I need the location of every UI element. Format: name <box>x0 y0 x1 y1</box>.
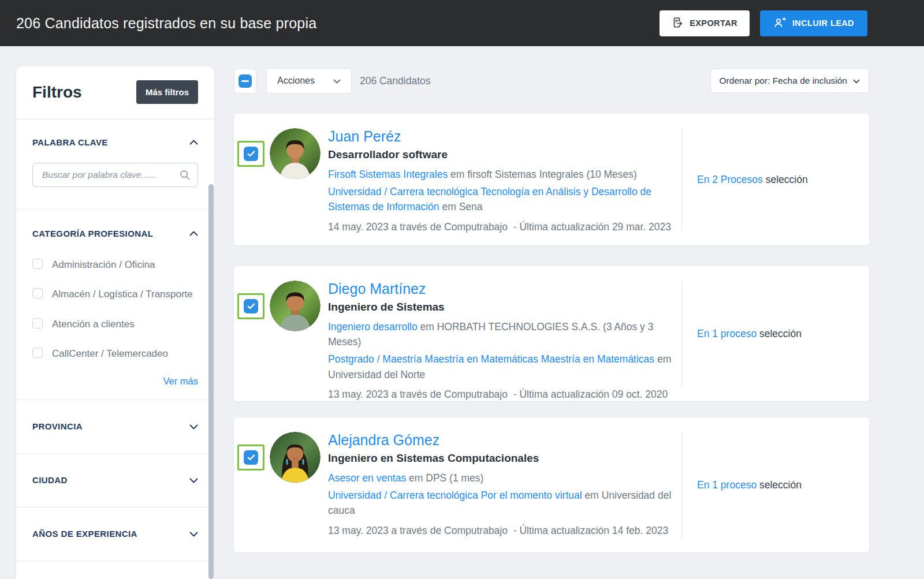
card-select-area <box>237 128 321 179</box>
sort-dropdown-label: Ordenar por: Fecha de inclusión <box>720 76 847 86</box>
candidate-avatar[interactable] <box>270 281 321 331</box>
candidate-avatar[interactable] <box>270 432 321 483</box>
candidate-avatar[interactable] <box>270 128 321 179</box>
process-status: En 1 proceso selección <box>681 281 869 387</box>
search-icon <box>179 169 191 183</box>
checkbox-unchecked <box>32 288 43 298</box>
chevron-down-icon <box>189 421 198 432</box>
chevron-down-icon <box>189 529 198 539</box>
registration-date-line: 13 may. 2023 a través de Computrabajo - … <box>328 389 681 401</box>
select-all-checkbox[interactable] <box>234 69 256 94</box>
chevron-up-icon <box>189 228 198 238</box>
filters-panel-header: Filtros Más filtros <box>16 66 214 119</box>
category-option-administracion[interactable]: Administración / Oficina <box>32 256 198 274</box>
registration-date-line: 14 may. 2023 a través de Computrabajo - … <box>328 221 681 233</box>
category-filter-section: CATEGORÍA PROFESIONAL Administración / O… <box>16 210 214 400</box>
category-option-callcenter[interactable]: CallCenter / Telemercadeo <box>32 345 198 363</box>
filters-panel: Filtros Más filtros PALABRA CLAVE <box>16 66 214 579</box>
candidate-checkbox-checked[interactable] <box>244 147 258 161</box>
process-text: selección <box>763 174 808 185</box>
candidate-checkbox-checked[interactable] <box>244 450 258 465</box>
page: 206 Candidatos registrados en su base pr… <box>0 0 924 579</box>
include-lead-button[interactable]: INCLUIR LEAD <box>760 10 867 36</box>
export-icon <box>672 17 683 30</box>
category-options: Administración / Oficina Almacén / Logís… <box>32 256 198 363</box>
process-status: En 1 proceso selección <box>681 432 869 538</box>
page-title: 206 Candidatos registrados en su base pr… <box>16 15 316 32</box>
export-button-label: EXPORTAR <box>690 18 737 28</box>
keyword-search-input[interactable] <box>32 163 198 187</box>
actions-dropdown-label: Acciones <box>277 76 315 86</box>
chevron-down-icon <box>333 76 341 86</box>
category-option-label: Almacén / Logística / Transporte <box>52 285 193 303</box>
education-line: Postgrado / Maestría Maestría en Matemát… <box>328 352 681 382</box>
candidate-details: Asesor en ventas em DPS (1 mes) Universi… <box>328 470 681 518</box>
provincia-section-header[interactable]: PROVINCIA <box>16 400 214 454</box>
candidate-info: Alejandra Gómez Ingeniero en Sistemas Co… <box>328 432 681 538</box>
keyword-section-header[interactable]: PALABRA CLAVE <box>32 137 198 147</box>
checkbox-unchecked <box>32 259 43 269</box>
sidebar-scrollbar-thumb[interactable] <box>208 184 214 579</box>
category-option-atencion[interactable]: Atención a clientes <box>32 315 198 333</box>
candidate-name-link[interactable]: Diego Martínez <box>328 281 426 297</box>
experience-line: Asesor en ventas em DPS (1 mes) <box>328 470 681 485</box>
education-link[interactable]: Universidad / Carrera tecnológica Por el… <box>328 490 582 501</box>
see-more-link[interactable]: Ver más <box>32 375 198 387</box>
ciudad-section-header[interactable]: CIUDAD <box>16 454 214 507</box>
checkmark-icon <box>247 454 255 461</box>
chevron-down-icon <box>853 76 860 86</box>
indeterminate-checkbox-icon <box>239 74 252 88</box>
include-lead-button-label: INCLUIR LEAD <box>792 18 854 28</box>
candidate-name-link[interactable]: Alejandra Gómez <box>328 432 439 449</box>
candidate-name-link[interactable]: Juan Peréz <box>328 128 401 145</box>
education-line: Universidad / Carrera tecnológica Por el… <box>328 488 681 518</box>
candidate-job-title: Desarrollador software <box>328 148 681 161</box>
experience-link[interactable]: Ingeniero desarrollo <box>328 321 418 333</box>
candidate-info: Diego Martínez Ingeniero de Sistemas Ing… <box>328 281 681 387</box>
experience-line: Firsoft Sistemas Integrales em firsoft S… <box>328 167 681 182</box>
category-option-label: Administración / Oficina <box>52 256 155 274</box>
education-link[interactable]: Postgrado / Maestría Maestría en Matemát… <box>328 353 654 365</box>
annotation-highlight-box <box>237 293 264 319</box>
process-link[interactable]: En 1 proceso <box>697 328 757 339</box>
experience-link[interactable]: Firsoft Sistemas Integrales <box>328 169 448 180</box>
experiencia-section-header[interactable]: AÑOS DE EXPERIENCIA <box>16 507 214 561</box>
experiencia-section-label: AÑOS DE EXPERIENCIA <box>32 529 137 539</box>
avatar-photo <box>270 281 321 331</box>
actions-dropdown[interactable]: Acciones <box>266 68 352 94</box>
process-text: selección <box>757 328 802 339</box>
experience-link[interactable]: Asesor en ventas <box>328 472 406 484</box>
keyword-section-label: PALABRA CLAVE <box>32 137 108 147</box>
ciudad-section-label: CIUDAD <box>32 475 68 485</box>
avatar-photo <box>270 128 321 179</box>
process-link[interactable]: En 2 Procesos <box>697 174 763 185</box>
checkmark-icon <box>247 303 255 309</box>
card-select-area <box>237 432 321 483</box>
chevron-up-icon <box>189 137 198 147</box>
chevron-down-icon <box>189 475 198 485</box>
category-option-label: CallCenter / Telemercadeo <box>52 345 168 363</box>
top-header-bar: 206 Candidatos registrados en su base pr… <box>0 0 924 46</box>
header-actions: EXPORTAR INCLUIR LEAD <box>660 10 867 36</box>
avatar-photo <box>270 432 321 483</box>
category-section-label: CATEGORÍA PROFESIONAL <box>32 229 153 238</box>
experience-text: em DPS (1 mes) <box>406 472 483 484</box>
card-select-area <box>237 281 321 331</box>
process-link[interactable]: En 1 proceso <box>697 479 757 491</box>
candidate-checkbox-checked[interactable] <box>244 299 258 313</box>
candidate-card: Juan Peréz Desarrollador software Firsof… <box>234 114 869 245</box>
export-button[interactable]: EXPORTAR <box>660 10 750 36</box>
category-option-label: Atención a clientes <box>52 315 135 333</box>
process-status: En 2 Procesos selección <box>681 128 869 231</box>
candidate-job-title: Ingeniero en Sistemas Computacionales <box>328 452 681 465</box>
candidate-info: Juan Peréz Desarrollador software Firsof… <box>328 128 681 231</box>
candidate-card: Diego Martínez Ingeniero de Sistemas Ing… <box>234 266 869 401</box>
list-toolbar: Acciones 206 Candidatos Ordenar por: Fec… <box>234 68 869 94</box>
person-plus-icon <box>773 17 786 30</box>
category-option-almacen[interactable]: Almacén / Logística / Transporte <box>32 285 198 303</box>
annotation-highlight-box <box>237 141 264 167</box>
more-filters-button[interactable]: Más filtros <box>136 80 198 104</box>
category-section-header[interactable]: CATEGORÍA PROFESIONAL <box>32 228 198 238</box>
education-link[interactable]: Universidad / Carrera tecnológica Tecnol… <box>328 186 651 212</box>
sort-dropdown[interactable]: Ordenar por: Fecha de inclusión <box>710 69 869 93</box>
